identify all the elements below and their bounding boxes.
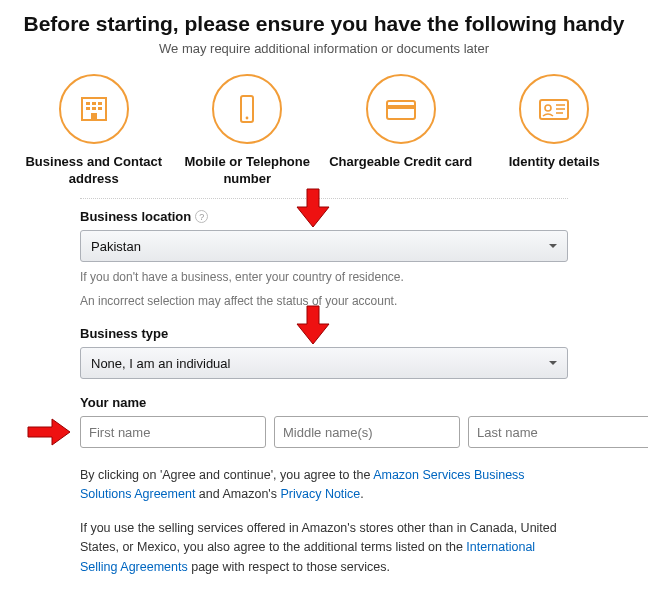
svg-rect-1 [86, 102, 90, 105]
credit-card-icon [366, 74, 436, 144]
svg-rect-7 [91, 113, 97, 120]
privacy-notice-link[interactable]: Privacy Notice [280, 487, 360, 501]
legal-text-part: page with respect to those services. [188, 560, 390, 574]
req-label: Business and Contact address [20, 154, 168, 188]
requirements-row: Business and Contact address Mobile or T… [20, 74, 628, 188]
svg-rect-2 [92, 102, 96, 105]
legal-text-part: . [360, 487, 363, 501]
svg-point-13 [545, 105, 551, 111]
req-business-address: Business and Contact address [20, 74, 168, 188]
business-type-block: Business type None, I am an individual [80, 326, 568, 379]
legal-text-part: By clicking on 'Agree and continue', you… [80, 468, 373, 482]
divider [80, 198, 568, 199]
req-identity: Identity details [481, 74, 629, 188]
svg-rect-4 [86, 107, 90, 110]
select-value: Pakistan [91, 239, 141, 254]
business-type-label: Business type [80, 326, 168, 341]
svg-rect-11 [387, 105, 415, 109]
req-credit-card: Chargeable Credit card [327, 74, 475, 188]
your-name-label: Your name [80, 395, 146, 410]
req-label: Mobile or Telephone number [174, 154, 322, 188]
legal-text-part: and Amazon's [195, 487, 280, 501]
svg-rect-6 [98, 107, 102, 110]
id-card-icon [519, 74, 589, 144]
svg-rect-10 [387, 101, 415, 119]
business-location-select[interactable]: Pakistan [80, 230, 568, 262]
req-mobile: Mobile or Telephone number [174, 74, 322, 188]
svg-point-9 [246, 117, 249, 120]
req-label: Chargeable Credit card [329, 154, 472, 171]
svg-rect-3 [98, 102, 102, 105]
select-value: None, I am an individual [91, 356, 230, 371]
middle-name-input[interactable] [274, 416, 460, 448]
page-subtitle: We may require additional information or… [20, 41, 628, 56]
annotation-arrow-right-icon [26, 417, 72, 447]
first-name-input[interactable] [80, 416, 266, 448]
help-icon[interactable]: ? [195, 210, 208, 223]
business-location-block: Business location ? Pakistan If you don'… [80, 209, 568, 310]
last-name-input[interactable] [468, 416, 648, 448]
page-title: Before starting, please ensure you have … [20, 10, 628, 37]
legal-text: By clicking on 'Agree and continue', you… [80, 466, 568, 577]
svg-rect-5 [92, 107, 96, 110]
your-name-block: Your name [80, 395, 568, 448]
req-label: Identity details [509, 154, 600, 171]
building-icon [59, 74, 129, 144]
hint-text: If you don't have a business, enter your… [80, 268, 568, 286]
business-location-label: Business location [80, 209, 191, 224]
phone-icon [212, 74, 282, 144]
hint-text: An incorrect selection may affect the st… [80, 292, 568, 310]
business-type-select[interactable]: None, I am an individual [80, 347, 568, 379]
